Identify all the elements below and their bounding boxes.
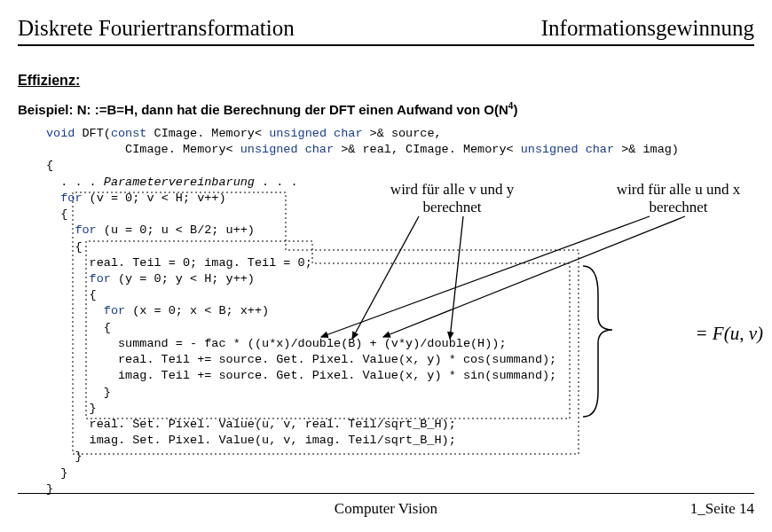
code-text: CImage. Memory< [146,127,269,140]
code-block: void DFT(const CImage. Memory< unsigned … [46,126,754,532]
footer-rule [18,493,754,494]
svg-line-2 [321,216,650,337]
code-text: (v = 0; v < H; v++) [83,192,226,205]
code-text: real. Teil += source. Get. Pixel. Value(… [46,353,556,366]
example-cond: N: :=B=H [77,102,134,117]
code-text: >& real, CImage. Memory< [334,143,521,156]
kw-uchar: unsigned char [240,143,334,156]
code-text: (y = 0; y < H; y++) [111,272,255,286]
footer-center: Computer Vision [18,500,754,518]
kw-for: for [46,304,125,317]
code-text: { [46,321,111,334]
svg-line-3 [383,216,685,337]
kw-for: for [46,192,83,205]
slide-page: Diskrete Fouriertransformation Informati… [0,0,772,532]
code-text: imag. Set. Pixel. Value(u, v, imag. Teil… [46,434,456,447]
header: Diskrete Fouriertransformation Informati… [18,16,754,46]
code-text: } [46,386,111,399]
example-mid: , dann hat die Berechnung der DFT einen … [134,102,484,117]
kw-const: const [111,127,147,140]
code-text: imag. Teil += source. Get. Pixel. Value(… [46,369,556,382]
code-text: { [46,159,53,172]
footer-right: 1_Seite 14 [690,500,754,518]
svg-line-1 [450,216,463,339]
header-right: Informationsgewinnung [541,16,754,41]
annotation-ux: wird für alle u und x berechnet [601,181,756,215]
code-text: (x = 0; x < B; x++) [125,304,269,317]
code-text: real. Teil = 0; imag. Teil = 0; [46,256,312,270]
code-text: . . . [255,176,298,189]
code-text: CImage. Memory< [46,143,240,156]
header-left: Diskrete Fouriertransformation [18,16,295,41]
code-text: summand = - fac * ((u*x)/double(B) + (v*… [46,337,506,350]
svg-line-0 [352,216,419,339]
code-text: (u = 0; u < B/2; u++) [97,223,255,237]
code-text: real. Set. Pixel. Value(u, v, real. Teil… [46,418,456,431]
code-text: >& imag) [614,143,679,156]
kw-uchar: unsigned char [521,143,614,156]
code-text: } [46,466,67,480]
code-text: } [46,450,83,463]
footer: Computer Vision 1_Seite 14 [18,500,754,518]
kw-void: void [46,127,75,140]
code-comment: Parametervereinbarung [104,176,255,189]
code-text: } [46,402,97,415]
example-bigO: O(N [484,102,508,117]
formula-Fuv: = F(u, v) [695,321,763,346]
example-line: Beispiel: N: :=B=H, dann hat die Berechn… [18,101,754,117]
kw-for: for [46,272,111,286]
annotation-vy: wird für alle v und y berechnet [374,181,530,215]
code-text: { [46,288,97,301]
code-text: DFT( [75,127,111,140]
kw-for: for [46,223,97,237]
kw-uchar: unsigned char [269,127,362,140]
code-text: . . . [46,176,104,189]
code-text: { [46,207,67,221]
example-prefix: Beispiel: [18,102,77,117]
code-text: >& source, [363,127,442,140]
section-title: Effizienz: [18,73,754,89]
code-text: { [46,240,83,254]
example-close: ) [513,102,517,117]
